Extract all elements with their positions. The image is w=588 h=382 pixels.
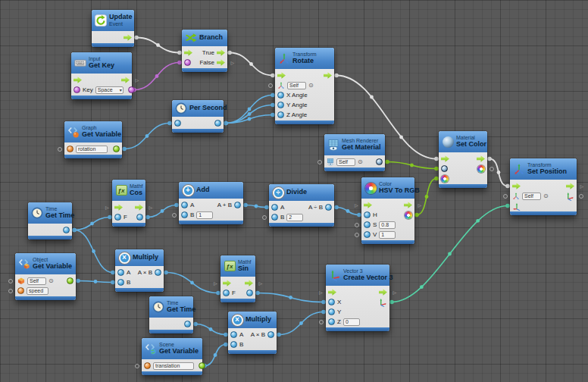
value-port[interactable] xyxy=(117,279,124,286)
value-port[interactable] xyxy=(277,102,284,108)
value-field[interactable] xyxy=(153,362,194,370)
flow-port[interactable] xyxy=(135,204,143,211)
value-port[interactable] xyxy=(328,308,335,315)
material-port[interactable] xyxy=(376,158,383,165)
bool-port[interactable] xyxy=(128,86,135,93)
flow-port[interactable] xyxy=(184,49,192,56)
node-get-material[interactable]: Mesh RendererGet Material⊙ xyxy=(324,134,385,171)
object-picker-icon[interactable]: ⊙ xyxy=(48,278,54,284)
node-get-time-2[interactable]: TimeGet Time xyxy=(149,296,193,333)
bool-port[interactable] xyxy=(74,86,80,93)
value-port[interactable] xyxy=(214,120,221,127)
value-port[interactable] xyxy=(234,202,241,208)
value-port[interactable] xyxy=(184,321,191,327)
variable-name-port[interactable] xyxy=(144,362,151,369)
flow-port[interactable] xyxy=(74,77,82,83)
value-field[interactable] xyxy=(196,211,213,219)
variable-out-port[interactable] xyxy=(67,277,74,284)
value-field[interactable] xyxy=(95,86,124,94)
value-field[interactable] xyxy=(336,158,355,166)
object-picker-icon[interactable]: ⊙ xyxy=(543,193,549,199)
node-branch[interactable]: BranchTrueFalse▷ xyxy=(182,30,227,72)
flow-port[interactable] xyxy=(441,155,449,162)
flow-port[interactable] xyxy=(217,49,225,56)
value-port[interactable] xyxy=(271,204,278,211)
value-field[interactable] xyxy=(379,231,396,239)
value-port[interactable] xyxy=(271,214,278,221)
node-add[interactable]: +AddAA + BB xyxy=(179,182,243,224)
value-port[interactable] xyxy=(155,269,161,276)
flow-port[interactable] xyxy=(566,183,574,189)
variable-name-port[interactable] xyxy=(67,146,74,152)
value-port[interactable] xyxy=(114,214,121,221)
flow-port[interactable] xyxy=(379,289,387,296)
node-multiply-1[interactable]: ×MultiplyAA × BB xyxy=(115,249,164,292)
flow-port[interactable] xyxy=(324,72,332,79)
object-picker-icon[interactable]: ⊙ xyxy=(358,159,363,165)
value-field[interactable] xyxy=(27,287,48,295)
flow-port[interactable] xyxy=(114,204,123,211)
variable-name-port[interactable] xyxy=(17,287,24,294)
node-divide[interactable]: ÷DivideAA ÷ BB xyxy=(269,184,334,227)
flow-port[interactable] xyxy=(223,280,231,286)
value-port[interactable] xyxy=(63,227,70,233)
value-port[interactable] xyxy=(181,202,188,208)
value-port[interactable] xyxy=(230,341,237,348)
value-field[interactable] xyxy=(27,277,46,285)
vector3-port[interactable] xyxy=(565,192,574,201)
variable-out-port[interactable] xyxy=(199,362,205,369)
value-port[interactable] xyxy=(364,211,371,218)
flow-port[interactable] xyxy=(245,280,253,286)
node-get-key[interactable]: InputGet Key▷Key▾ xyxy=(71,52,132,99)
node-cos[interactable]: ƒxMathfCos▷▷F xyxy=(112,180,145,227)
value-port[interactable] xyxy=(181,211,188,218)
flow-port[interactable] xyxy=(124,34,132,41)
value-port[interactable] xyxy=(267,331,274,338)
node-set-position[interactable]: TransformSet Position▷⊙ xyxy=(510,158,577,215)
flow-port[interactable] xyxy=(277,72,286,79)
value-field[interactable] xyxy=(343,318,360,326)
node-multiply-2[interactable]: ×MultiplyAA × BB xyxy=(228,312,277,354)
node-update-event[interactable]: EventUpdate xyxy=(92,10,134,47)
node-set-color[interactable]: MaterialSet Color xyxy=(439,131,487,188)
flow-port[interactable] xyxy=(217,59,225,66)
value-port[interactable] xyxy=(136,214,143,221)
value-port[interactable] xyxy=(277,111,284,118)
node-per-second[interactable]: Per Second xyxy=(172,100,224,133)
node-get-time-1[interactable]: TimeGet Time xyxy=(28,202,72,240)
flow-port[interactable] xyxy=(364,202,372,208)
bool-port[interactable] xyxy=(184,59,191,66)
value-port[interactable] xyxy=(364,231,371,238)
value-port[interactable] xyxy=(364,221,371,228)
value-port[interactable] xyxy=(328,299,335,305)
value-field[interactable] xyxy=(522,193,541,200)
vector3-port[interactable] xyxy=(378,298,387,307)
flow-port[interactable] xyxy=(477,155,485,162)
node-create-vector3[interactable]: Vector 3Create Vector 3▷▷XYZ xyxy=(326,265,389,331)
node-object-get-variable[interactable]: ObjectGet Variable⊙ xyxy=(15,253,76,300)
flow-port[interactable] xyxy=(328,289,336,296)
object-picker-icon[interactable]: ⊙ xyxy=(308,83,314,89)
node-rotate[interactable]: TransformRotate⊙X AngleY AngleZ Angle xyxy=(275,48,334,124)
color-port[interactable] xyxy=(441,175,449,183)
value-field[interactable] xyxy=(287,82,306,89)
value-port[interactable] xyxy=(328,318,335,325)
value-port[interactable] xyxy=(325,204,332,211)
color-port[interactable] xyxy=(477,165,485,173)
value-port[interactable] xyxy=(223,290,230,296)
color-port[interactable] xyxy=(405,211,412,219)
value-port[interactable] xyxy=(174,120,181,127)
value-port[interactable] xyxy=(277,92,284,99)
value-port[interactable] xyxy=(230,331,237,338)
variable-out-port[interactable] xyxy=(113,146,120,152)
value-port[interactable] xyxy=(117,269,124,276)
material-port[interactable] xyxy=(441,165,448,172)
value-field[interactable] xyxy=(286,214,303,221)
flow-port[interactable] xyxy=(512,183,521,189)
flow-port[interactable] xyxy=(404,202,412,208)
value-field[interactable] xyxy=(76,146,108,153)
node-hsv-to-rgb[interactable]: ColorHSV To RGB▷▷HSV xyxy=(361,177,414,244)
value-port[interactable] xyxy=(246,290,253,296)
position-port[interactable] xyxy=(512,202,521,211)
flow-port[interactable] xyxy=(121,77,130,83)
